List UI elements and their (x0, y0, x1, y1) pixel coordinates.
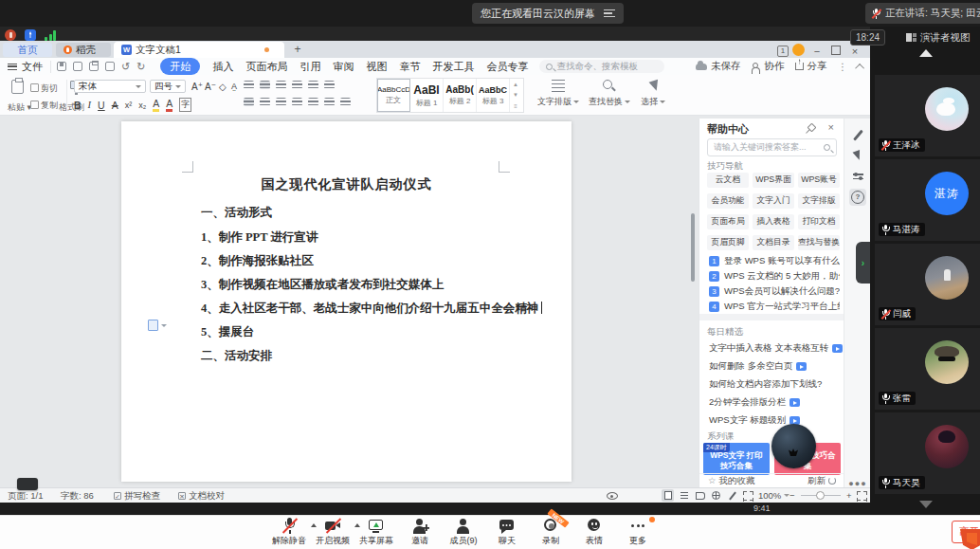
zoom-slider-thumb[interactable] (816, 491, 825, 500)
collapse-panel-handle[interactable]: › (856, 242, 870, 284)
align-right-icon[interactable] (276, 98, 286, 106)
more-button[interactable]: 更多 (617, 518, 659, 547)
maximize-button[interactable] (826, 46, 845, 58)
style-heading2[interactable]: AaBb( 标题 2 (444, 79, 477, 112)
font-name-select[interactable]: 宋体 (74, 80, 146, 93)
favorites-button[interactable]: ☆我的收藏 (708, 475, 755, 487)
pin-icon[interactable] (808, 123, 817, 133)
italic-button[interactable]: I (88, 100, 92, 110)
nav-btn[interactable]: 查找与替换 (798, 235, 840, 250)
tab-home[interactable]: 首页 (3, 43, 52, 57)
asian-layout-icon[interactable] (308, 81, 318, 89)
ribbon-tab-view[interactable]: 视图 (366, 60, 387, 74)
hot-link-3[interactable]: 3WPS会员可以解决什么问题? (709, 285, 840, 298)
align-left-icon[interactable] (244, 98, 254, 106)
meeting-time-button[interactable]: 18:24 (850, 29, 885, 46)
preview-icon[interactable] (105, 62, 115, 71)
more-menu-icon[interactable]: ⋮ (838, 61, 848, 72)
nav-btn[interactable]: 页面布局 (707, 214, 749, 229)
justify-icon[interactable] (292, 98, 302, 106)
daily-link-3[interactable]: 如何给文档内容添加下划线? (709, 378, 822, 391)
members-button[interactable]: 成员(9) (443, 518, 484, 547)
underline-button[interactable]: U (98, 100, 105, 111)
select-tool[interactable]: 选择 (627, 80, 679, 108)
align-center-icon[interactable] (260, 98, 270, 106)
adjust-settings-icon[interactable] (849, 168, 866, 185)
nav-btn[interactable]: WPS界面 (753, 173, 794, 188)
fit-page-icon[interactable] (743, 491, 753, 502)
export-icon[interactable] (73, 62, 82, 71)
ribbon-tab-section[interactable]: 章节 (399, 60, 420, 74)
refresh-button[interactable]: 刷新 (808, 475, 836, 487)
share-screen-button[interactable]: 共享屏幕 (355, 518, 397, 547)
record-button[interactable]: NEW 录制 (530, 518, 572, 547)
unmute-button[interactable]: 解除静音 (268, 518, 310, 547)
ribbon-tab-developer[interactable]: 开发工具 (432, 60, 474, 74)
nav-btn[interactable]: 页眉页脚 (707, 235, 749, 250)
floating-widget[interactable] (17, 478, 38, 490)
start-video-button[interactable]: 开启视频 (312, 518, 354, 547)
subscript-button[interactable]: x₂ (138, 101, 146, 110)
paste-button[interactable]: 粘贴 ▾ (8, 101, 31, 114)
strikethrough-button[interactable]: A (112, 100, 118, 111)
share-indicator-icon[interactable] (25, 29, 36, 41)
hot-link-2[interactable]: 2WPS 云文档的 5 大妙用，助你... (709, 270, 840, 283)
help-search-input[interactable]: 请输入关键词搜索答案... (707, 138, 837, 156)
nav-btn[interactable]: 文字排版 (798, 193, 840, 209)
menu-icon[interactable] (604, 9, 615, 17)
collapse-ribbon-icon[interactable] (855, 63, 864, 72)
share-button[interactable]: 分享 (795, 60, 827, 73)
nav-btn[interactable]: 打印文档 (798, 214, 840, 229)
pointer-icon[interactable] (849, 147, 866, 164)
styles-scroll-arrows[interactable]: ▲▼≡ (510, 79, 521, 112)
document-page[interactable]: 国之现代化宣讲队启动仪式 一、活动形式 1、制作 PPT 进行宣讲 2、制作海报… (121, 121, 572, 482)
command-search-input[interactable]: 查找命令、搜索模板 (539, 60, 664, 73)
hot-link-1[interactable]: 1登录 WPS 账号可以享有什么权益 (709, 255, 840, 267)
superscript-button[interactable]: x² (125, 101, 133, 110)
bullet-list-icon[interactable] (244, 81, 254, 89)
font-size-select[interactable]: 四号 (150, 80, 186, 93)
course-card-print[interactable]: 24课时 WPS文字 打印技巧合集 (703, 443, 770, 475)
chat-button[interactable]: 聊天 (486, 518, 528, 547)
hot-link-4[interactable]: 4WPS 官方一站式学习平台上线啦... (709, 301, 840, 313)
invite-button[interactable]: 邀请 (399, 518, 441, 547)
annotate-pen-icon[interactable] (849, 126, 866, 143)
style-heading3[interactable]: AaBbC 标题 3 (477, 79, 510, 112)
scroll-up-arrow[interactable] (919, 49, 933, 57)
nav-btn[interactable]: WPS账号 (798, 173, 840, 188)
account-badge[interactable]: 1 (777, 46, 789, 57)
clear-format-icon[interactable]: ◇ (219, 82, 227, 92)
book-view-icon[interactable] (694, 489, 706, 502)
close-panel-icon[interactable]: × (828, 121, 834, 133)
print-icon[interactable] (89, 62, 99, 71)
outline-view-icon[interactable] (678, 489, 690, 502)
minimize-button[interactable]: − (808, 46, 826, 58)
record-indicator-icon[interactable] (5, 29, 16, 41)
copy-button[interactable]: 复制 (30, 100, 58, 112)
ribbon-tab-insert[interactable]: 插入 (212, 60, 233, 74)
nav-btn[interactable]: 会员功能 (707, 193, 749, 209)
page-view-icon[interactable] (662, 489, 674, 502)
style-heading1[interactable]: AaBl 标题 1 (410, 79, 444, 112)
cut-button[interactable]: 剪切 (30, 82, 58, 95)
shading-icon[interactable] (324, 98, 335, 106)
nav-btn[interactable]: 插入表格 (753, 214, 794, 229)
paste-icon[interactable] (11, 80, 24, 94)
redo-icon[interactable]: ↻ (136, 61, 145, 73)
unsaved-status[interactable]: 未保存 (696, 60, 741, 73)
ribbon-tab-references[interactable]: 引用 (299, 60, 320, 74)
proofread-button[interactable]: ✕文档校对 (178, 490, 225, 503)
tab-document-active[interactable]: W 文字文稿1 (114, 42, 284, 58)
participant-tile[interactable]: 马天昊 (875, 412, 980, 494)
collaborate-button[interactable]: 协作 (752, 60, 785, 73)
decrease-indent-icon[interactable] (276, 81, 286, 89)
grow-font-button[interactable]: A⁺ (191, 82, 203, 92)
nav-btn[interactable]: 云文档 (707, 173, 749, 188)
line-spacing-icon[interactable] (308, 98, 318, 106)
participant-tile[interactable]: 湛涛 马湛涛 (875, 159, 980, 241)
font-color-button[interactable]: A (166, 98, 172, 112)
zoom-in-button[interactable]: + (846, 490, 852, 501)
document-scrollbar[interactable] (691, 213, 695, 282)
char-border-button[interactable]: 字 (179, 98, 191, 112)
borders-icon[interactable] (340, 98, 351, 106)
